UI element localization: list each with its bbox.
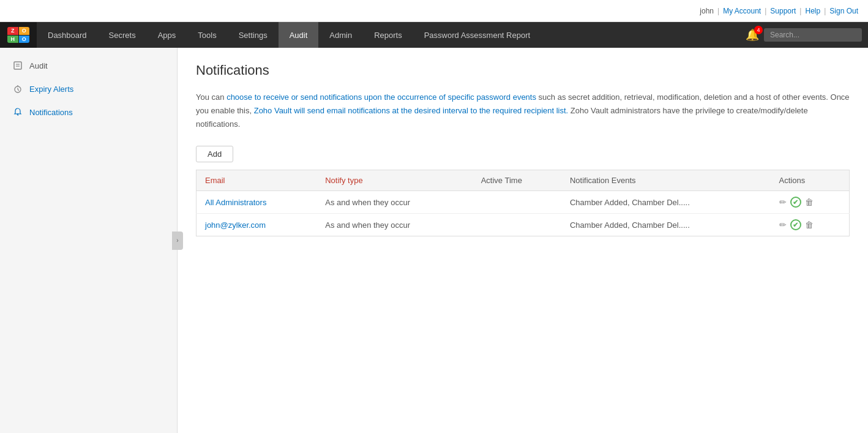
sidebar-audit-label: Audit	[29, 61, 48, 70]
sidebar-expiry-label: Expiry Alerts	[29, 85, 73, 94]
support-link[interactable]: Support	[770, 7, 796, 15]
content-area: Notifications You can choose to receive …	[178, 48, 868, 433]
audit-icon	[12, 60, 23, 71]
delete-button[interactable]: 🗑	[805, 220, 814, 230]
sidebar-item-expiry-alerts[interactable]: Expiry Alerts	[0, 77, 177, 100]
sidebar-item-audit[interactable]: Audit	[0, 54, 177, 77]
nav-settings[interactable]: Settings	[228, 22, 279, 48]
nav-right: 🔔 4	[739, 22, 868, 48]
col-active-time: Active Time	[473, 170, 561, 191]
notifications-icon	[12, 107, 23, 118]
search-input[interactable]	[764, 28, 862, 42]
table-row: All AdministratorsAs and when they occur…	[196, 191, 850, 214]
cell-actions: ✏✔🗑	[771, 214, 850, 236]
notification-bell[interactable]: 🔔 4	[746, 28, 759, 42]
page-title: Notifications	[196, 62, 850, 78]
delete-button[interactable]: 🗑	[805, 197, 814, 207]
cell-notify-type: As and when they occur	[316, 191, 472, 214]
nav-items: Dashboard Secrets Apps Tools Settings Au…	[37, 22, 739, 48]
main-layout: Audit Expiry Alerts Notific	[0, 48, 868, 433]
cell-notify-type: As and when they occur	[316, 214, 472, 236]
sign-out-link[interactable]: Sign Out	[829, 7, 858, 15]
notifications-table: Email Notify type Active Time Notificati…	[196, 170, 850, 236]
nav-audit[interactable]: Audit	[279, 22, 319, 48]
nav-tools[interactable]: Tools	[187, 22, 227, 48]
description-text: You can choose to receive or send notifi…	[196, 91, 850, 131]
nav-admin[interactable]: Admin	[318, 22, 363, 48]
help-link[interactable]: Help	[805, 7, 820, 15]
cell-actions: ✏✔🗑	[771, 191, 850, 214]
svg-rect-0	[14, 62, 21, 69]
col-notification-events: Notification Events	[561, 170, 771, 191]
col-notify-type: Notify type	[316, 170, 472, 191]
nav-password-assessment[interactable]: Password Assessment Report	[413, 22, 541, 48]
nav-secrets[interactable]: Secrets	[98, 22, 147, 48]
sep1: |	[717, 7, 719, 15]
nav-reports[interactable]: Reports	[363, 22, 413, 48]
col-email: Email	[196, 170, 317, 191]
logo: ZOHO	[0, 22, 37, 48]
svg-line-8	[17, 115, 18, 116]
cell-email[interactable]: john@zylker.com	[196, 214, 317, 236]
table-row: john@zylker.comAs and when they occurCha…	[196, 214, 850, 236]
username-label: john	[700, 7, 714, 15]
nav-bar: ZOHO Dashboard Secrets Apps Tools Settin…	[0, 22, 868, 48]
svg-line-6	[18, 89, 19, 91]
my-account-link[interactable]: My Account	[723, 7, 761, 15]
edit-button[interactable]: ✏	[779, 220, 787, 230]
sep4: |	[824, 7, 826, 15]
cell-notification-events: Chamber Added, Chamber Del.....	[561, 214, 771, 236]
col-actions: Actions	[771, 170, 850, 191]
sep2: |	[765, 7, 766, 15]
nav-apps[interactable]: Apps	[147, 22, 187, 48]
expiry-icon	[12, 83, 23, 94]
cell-active-time	[473, 191, 561, 214]
zoho-logo: ZOHO	[7, 27, 29, 43]
sep3: |	[799, 7, 801, 15]
cell-email[interactable]: All Administrators	[196, 191, 317, 214]
sidebar: Audit Expiry Alerts Notific	[0, 48, 178, 433]
bell-badge: 4	[754, 26, 763, 34]
activate-button[interactable]: ✔	[790, 219, 801, 230]
top-bar: john | My Account | Support | Help | Sig…	[0, 0, 868, 22]
cell-active-time	[473, 214, 561, 236]
cell-notification-events: Chamber Added, Chamber Del.....	[561, 191, 771, 214]
edit-button[interactable]: ✏	[779, 197, 787, 207]
activate-button[interactable]: ✔	[790, 197, 801, 208]
sidebar-notifications-label: Notifications	[29, 108, 73, 117]
add-button[interactable]: Add	[196, 146, 233, 162]
sidebar-item-notifications[interactable]: Notifications	[0, 100, 177, 124]
table-header-row: Email Notify type Active Time Notificati…	[196, 170, 850, 191]
nav-dashboard[interactable]: Dashboard	[37, 22, 98, 48]
sidebar-collapse-btn[interactable]: ›	[172, 232, 183, 250]
